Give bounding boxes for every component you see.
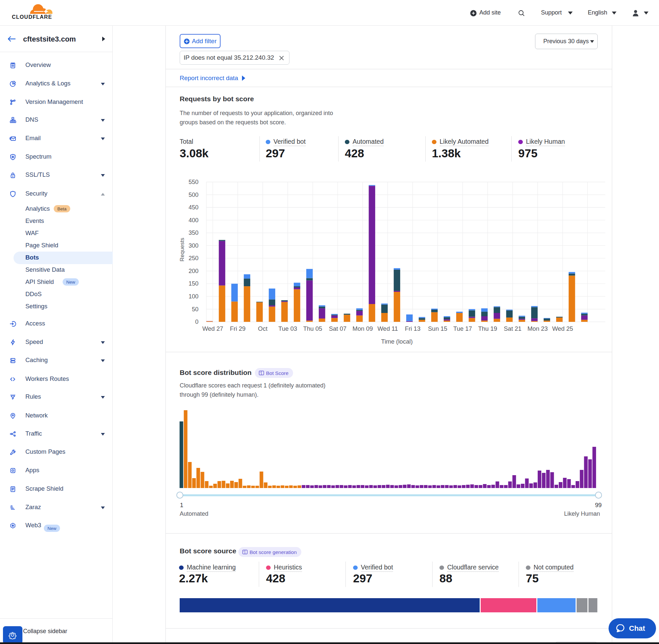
svg-text:Thu 19: Thu 19 bbox=[478, 325, 497, 332]
svg-text:Oct: Oct bbox=[258, 325, 268, 332]
svg-text:Requests: Requests bbox=[179, 238, 185, 261]
svg-text:Wed 11: Wed 11 bbox=[377, 325, 398, 332]
svg-text:Fri 29: Fri 29 bbox=[230, 325, 245, 332]
svg-text:550: 550 bbox=[189, 179, 198, 185]
svg-text:Wed 27: Wed 27 bbox=[203, 325, 223, 332]
svg-text:Sat 21: Sat 21 bbox=[504, 325, 521, 332]
svg-text:150: 150 bbox=[189, 280, 198, 287]
svg-text:250: 250 bbox=[189, 255, 198, 261]
svg-text:Tue 03: Tue 03 bbox=[278, 325, 297, 332]
svg-text:0: 0 bbox=[195, 319, 198, 325]
svg-text:Sun 15: Sun 15 bbox=[428, 325, 447, 332]
svg-text:350: 350 bbox=[189, 230, 198, 236]
svg-text:Mon 09: Mon 09 bbox=[352, 325, 373, 332]
svg-text:50: 50 bbox=[192, 306, 198, 313]
svg-text:Mon 23: Mon 23 bbox=[527, 325, 548, 332]
svg-text:Fri 13: Fri 13 bbox=[405, 325, 420, 332]
svg-text:Wed 25: Wed 25 bbox=[552, 325, 573, 332]
svg-text:Time (local): Time (local) bbox=[381, 338, 413, 345]
svg-text:300: 300 bbox=[189, 243, 198, 249]
svg-text:200: 200 bbox=[189, 268, 198, 274]
svg-text:Sat 07: Sat 07 bbox=[329, 325, 347, 332]
svg-text:500: 500 bbox=[189, 191, 198, 198]
svg-text:400: 400 bbox=[189, 217, 198, 224]
svg-text:Tue 17: Tue 17 bbox=[453, 325, 472, 332]
svg-text:450: 450 bbox=[189, 204, 198, 211]
svg-text:Thu 05: Thu 05 bbox=[303, 325, 323, 332]
svg-text:100: 100 bbox=[189, 293, 198, 300]
